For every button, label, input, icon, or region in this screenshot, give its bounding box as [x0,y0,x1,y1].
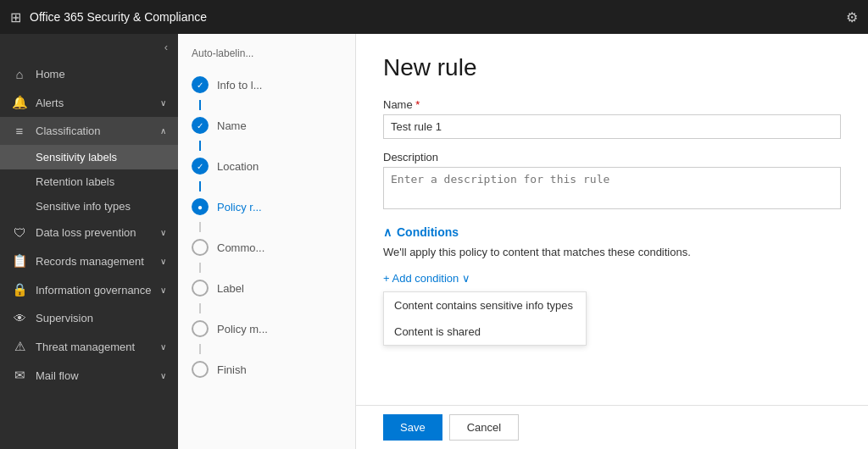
sidebar-item-label: Information governance [36,284,152,297]
content-area: Auto-labelin... ✓ Info to l... ✓ Name ✓ … [178,34,868,449]
wizard-step-policy-rule[interactable]: ● Policy r... [178,191,355,222]
chevron-down-icon: ∨ [160,342,166,352]
connector-2 [199,141,201,151]
sidebar-sub-sensitivity-labels[interactable]: Sensitivity labels [0,145,178,169]
chevron-down-icon: ∨ [160,257,166,266]
step-label-finish: Finish [217,363,247,376]
records-icon: 📋 [12,253,27,269]
home-icon: ⌂ [12,67,27,81]
step-circle-policy-rule: ● [192,198,209,215]
sidebar-item-label: Supervision [36,312,166,324]
step-circle-finish [192,361,209,378]
name-input[interactable] [383,114,841,139]
supervision-icon: 👁 [12,311,27,325]
cancel-button[interactable]: Cancel [449,414,519,441]
step-label-policy-rule: Policy r... [217,201,262,213]
description-textarea[interactable] [383,167,841,209]
form-footer: Save Cancel [356,405,868,449]
connector-4 [199,222,201,232]
chevron-down-icon: ∨ [160,285,166,295]
sidebar: ‹ ⌂ Home 🔔 Alerts ∨ ≡ Classification ∧ S… [0,34,178,449]
sidebar-item-mail-flow[interactable]: ✉ Mail flow ∨ [0,361,178,390]
sidebar-sub-label: Retention labels [36,175,114,188]
main-layout: ‹ ⌂ Home 🔔 Alerts ∨ ≡ Classification ∧ S… [0,34,868,449]
step-circle-common [192,239,209,256]
settings-icon[interactable]: ⚙ [846,9,858,25]
connector-7 [199,344,201,354]
step-label-location: Location [217,160,259,173]
connector-6 [199,303,201,313]
wizard-step-name[interactable]: ✓ Name [178,110,355,141]
grid-icon: ⊞ [10,9,21,25]
sidebar-item-alerts[interactable]: 🔔 Alerts ∨ [0,88,178,117]
sidebar-sub-label: Sensitive info types [36,200,131,213]
dlp-icon: 🛡 [12,225,27,240]
conditions-header: ∧ Conditions [383,225,841,239]
step-circle-info: ✓ [192,76,209,93]
step-circle-policy-mode [192,320,209,337]
add-condition-label: + Add condition ∨ [383,272,470,285]
condition-option-sensitive-info[interactable]: Content contains sensitive info types [384,292,586,319]
wizard-step-info[interactable]: ✓ Info to l... [178,69,355,100]
mail-icon: ✉ [12,368,27,383]
conditions-description: We'll apply this policy to content that … [383,246,841,258]
wizard-sidebar: Auto-labelin... ✓ Info to l... ✓ Name ✓ … [178,34,356,449]
conditions-title: Conditions [397,225,459,239]
collapse-button[interactable]: ‹ [0,34,178,60]
sidebar-item-label: Data loss prevention [36,226,152,239]
wizard-step-policy-mode[interactable]: Policy m... [178,313,355,344]
required-marker: * [415,98,420,111]
governance-icon: 🔒 [12,282,27,297]
form-panel: New rule Name * Description ∧ Conditions… [356,34,868,449]
sidebar-item-label: Alerts [36,97,152,109]
sidebar-item-home[interactable]: ⌂ Home [0,60,178,88]
wizard-top-label: Auto-labelin... [178,47,355,69]
step-label-info: Info to l... [217,79,262,91]
step-label-label: Label [217,282,244,295]
threat-icon: ⚠ [12,339,27,354]
sidebar-item-records-management[interactable]: 📋 Records management ∨ [0,247,178,275]
sidebar-sub-retention-labels[interactable]: Retention labels [0,169,178,194]
step-circle-label [192,280,209,297]
connector-1 [199,100,201,110]
sidebar-item-information-governance[interactable]: 🔒 Information governance ∨ [0,275,178,304]
condition-option-shared[interactable]: Content is shared [384,319,586,345]
wizard-step-finish[interactable]: Finish [178,354,355,385]
classification-icon: ≡ [12,124,27,138]
step-label-name: Name [217,119,247,132]
connector-5 [199,263,201,273]
sidebar-item-label: Classification [36,125,152,137]
chevron-up-icon: ∧ [383,225,392,239]
name-label: Name * [383,98,841,111]
chevron-down-icon: ∨ [160,98,166,108]
chevron-down-icon: ∨ [160,371,166,380]
sidebar-sub-sensitive-info[interactable]: Sensitive info types [0,194,178,219]
sidebar-sub-label: Sensitivity labels [36,151,117,164]
sidebar-item-label: Records management [36,255,152,268]
connector-3 [199,181,201,191]
sidebar-item-label: Threat management [36,341,152,353]
add-condition-button[interactable]: + Add condition ∨ [383,269,470,288]
step-label-policy-mode: Policy m... [217,323,268,335]
page-title: New rule [383,54,841,81]
sidebar-item-classification[interactable]: ≡ Classification ∧ [0,117,178,145]
step-circle-name: ✓ [192,117,209,134]
wizard-step-location[interactable]: ✓ Location [178,151,355,181]
condition-dropdown: Content contains sensitive info types Co… [383,291,587,346]
sidebar-item-threat-management[interactable]: ⚠ Threat management ∨ [0,332,178,361]
chevron-down-icon: ∨ [160,228,166,237]
app-title: Office 365 Security & Compliance [30,10,207,24]
save-button[interactable]: Save [383,414,442,441]
chevron-up-icon: ∧ [160,126,166,136]
sidebar-item-supervision[interactable]: 👁 Supervision [0,304,178,332]
sidebar-item-dlp[interactable]: 🛡 Data loss prevention ∨ [0,219,178,247]
description-label: Description [383,151,841,164]
sidebar-item-label: Mail flow [36,369,152,382]
wizard-step-label[interactable]: Label [178,273,355,303]
topbar: ⊞ Office 365 Security & Compliance ⚙ [0,0,868,34]
sidebar-item-label: Home [36,68,166,80]
wizard-step-common[interactable]: Commo... [178,232,355,263]
step-label-common: Commo... [217,241,264,254]
step-circle-location: ✓ [192,158,209,175]
alerts-icon: 🔔 [12,95,27,110]
